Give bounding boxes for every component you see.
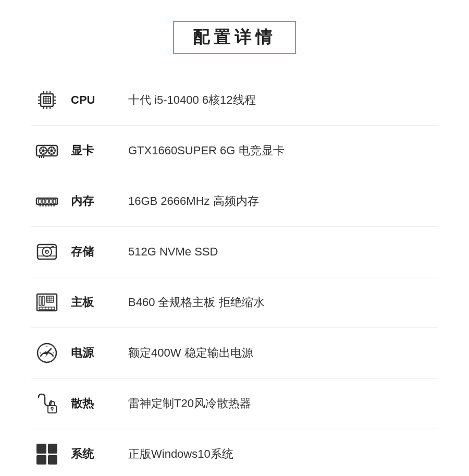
spec-row-cooling: 散热 雷神定制T20风冷散热器 xyxy=(31,379,438,429)
psu-icon xyxy=(31,337,63,369)
svg-line-29 xyxy=(45,148,46,149)
cpu-icon xyxy=(31,84,63,116)
cooling-icon xyxy=(31,388,63,419)
svg-line-28 xyxy=(45,152,46,153)
svg-line-39 xyxy=(53,148,54,149)
motherboard-label: 主板 xyxy=(71,295,113,310)
svg-rect-70 xyxy=(39,296,41,306)
svg-rect-71 xyxy=(42,296,44,306)
os-icon xyxy=(31,438,63,470)
svg-point-90 xyxy=(51,407,53,409)
spec-row-motherboard: 主板 B460 全规格主板 拒绝缩水 xyxy=(31,277,438,328)
svg-point-22 xyxy=(42,150,44,152)
spec-row-ram: 内存 16GB 2666MHz 高频内存 xyxy=(31,176,438,227)
motherboard-icon xyxy=(31,287,63,318)
ram-label: 内存 xyxy=(71,193,113,209)
storage-icon xyxy=(31,236,63,267)
page-title: 配置详情 xyxy=(193,28,276,46)
storage-label: 存储 xyxy=(71,244,113,260)
storage-value: 512G NVMe SSD xyxy=(128,245,438,259)
cooling-value: 雷神定制T20风冷散热器 xyxy=(128,396,438,411)
cooling-label: 散热 xyxy=(71,396,113,411)
svg-rect-48 xyxy=(50,199,52,203)
svg-point-32 xyxy=(51,150,53,152)
spec-list: CPU 十代 i5-10400 6核12线程 xyxy=(31,75,438,476)
psu-value: 额定400W 稳定输出电源 xyxy=(128,345,438,361)
gpu-value: GTX1660SUPER 6G 电竞显卡 xyxy=(128,143,438,158)
spec-row-gpu: 显卡 GTX1660SUPER 6G 电竞显卡 xyxy=(31,126,438,176)
svg-line-30 xyxy=(41,152,42,153)
spec-row-psu: 电源 额定400W 稳定输出电源 xyxy=(31,328,438,379)
spec-row-storage: 存储 512G NVMe SSD xyxy=(31,227,438,277)
title-box: 配置详情 xyxy=(173,21,296,54)
cpu-label: CPU xyxy=(71,93,113,107)
page-title-section: 配置详情 xyxy=(173,21,296,54)
svg-rect-46 xyxy=(42,199,45,203)
svg-point-64 xyxy=(46,251,47,252)
spec-row-cpu: CPU 十代 i5-10400 6核12线程 xyxy=(31,75,438,126)
gpu-label: 显卡 xyxy=(71,143,113,158)
motherboard-value: B460 全规格主板 拒绝缩水 xyxy=(128,295,438,310)
svg-rect-78 xyxy=(39,307,55,310)
svg-line-40 xyxy=(49,152,50,153)
gpu-icon xyxy=(31,135,63,166)
spec-row-os: 系统 正版Windows10系统 xyxy=(31,429,438,476)
os-value: 正版Windows10系统 xyxy=(128,446,438,462)
ram-value: 16GB 2666MHz 高频内存 xyxy=(128,193,438,209)
svg-rect-47 xyxy=(46,199,48,203)
svg-rect-45 xyxy=(39,199,41,203)
svg-line-27 xyxy=(41,148,42,149)
ram-icon xyxy=(31,186,63,217)
cpu-value: 十代 i5-10400 6核12线程 xyxy=(128,92,438,108)
os-label: 系统 xyxy=(71,446,113,462)
svg-rect-49 xyxy=(53,199,56,203)
svg-line-37 xyxy=(49,148,50,149)
svg-line-38 xyxy=(53,152,54,153)
psu-label: 电源 xyxy=(71,345,113,361)
svg-rect-72 xyxy=(46,296,54,302)
